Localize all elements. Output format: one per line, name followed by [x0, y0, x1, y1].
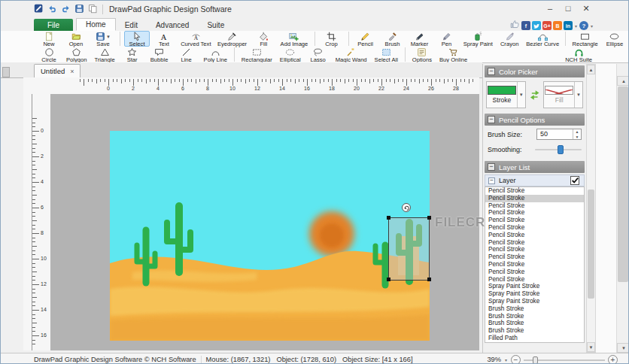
fill-dropdown-arrow[interactable]: ▼ [574, 82, 582, 108]
tool-save-button[interactable]: ▼Save [90, 31, 116, 47]
social-dropdown-icon[interactable]: ▾ [575, 23, 577, 29]
smoothing-slider[interactable] [535, 144, 582, 155]
tool-fill-button[interactable]: Fill [251, 31, 276, 47]
stroke-dropdown-arrow[interactable]: ▼ [517, 82, 525, 108]
tool-eyedropper-button[interactable]: Eyedropper [215, 31, 250, 47]
tool-options-button[interactable]: Options [409, 47, 435, 62]
layer-row[interactable]: Pencil Stroke [485, 224, 584, 232]
tool-star-button[interactable]: Star [120, 47, 145, 62]
facebook-icon[interactable]: f [521, 21, 530, 30]
tool-add-image-button[interactable]: Add Image [278, 31, 310, 47]
stepper-down-icon[interactable]: ▼ [573, 135, 581, 140]
layer-row[interactable]: Pencil Stroke [485, 253, 584, 261]
tool-buy-online-button[interactable]: Buy Online [436, 47, 470, 62]
tool-open-button[interactable]: Open [63, 31, 89, 47]
fill-color-swatch[interactable] [545, 86, 573, 95]
tool-curved-text-button[interactable]: ACurved Text [178, 31, 214, 47]
selection-handle[interactable] [387, 216, 390, 220]
layer-row[interactable]: Pencil Stroke [485, 195, 584, 202]
layer-group-row[interactable]: − Layer [485, 174, 585, 187]
layer-row[interactable]: Spray Paint Stroke [485, 290, 584, 298]
collapse-icon[interactable]: − [488, 116, 495, 123]
scroll-up-icon[interactable]: ▲ [617, 76, 629, 86]
layer-visibility-checkbox[interactable] [570, 176, 579, 185]
tool-marker-button[interactable]: Marker [406, 31, 432, 47]
layer-row[interactable]: Brush Stroke [485, 313, 584, 320]
scrollbar-thumb[interactable] [588, 190, 594, 299]
brush-size-value[interactable]: 50 [537, 129, 573, 139]
help-icon[interactable]: ? [579, 21, 588, 30]
zoom-slider[interactable] [524, 355, 605, 364]
menu-tab-advanced[interactable]: Advanced [147, 20, 198, 31]
save-icon[interactable] [74, 4, 86, 15]
slider-thumb[interactable] [558, 145, 564, 154]
help-dropdown-icon[interactable]: ▾ [591, 23, 593, 29]
layer-row[interactable]: Brush Stroke [485, 320, 584, 327]
tool-circle-button[interactable]: Circle [36, 47, 62, 62]
tool-bezier-curve-button[interactable]: Bezier Curve [524, 31, 561, 47]
menu-tab-home[interactable]: Home [76, 18, 116, 31]
zoom-dropdown-icon[interactable]: ▾ [505, 357, 507, 362]
collapse-icon[interactable]: − [488, 68, 495, 75]
tool-brush-button[interactable]: Brush [379, 31, 405, 47]
tool-pen-button[interactable]: Pen [433, 31, 459, 47]
selection-handle[interactable] [387, 278, 390, 281]
tab-close-icon[interactable]: × [70, 68, 74, 75]
window-scrollbar[interactable]: ▲ ▼ [616, 64, 629, 353]
stroke-color-button[interactable]: Stroke ▼ [486, 81, 526, 108]
selection-bounding-box[interactable] [388, 217, 430, 281]
zoom-slider-thumb[interactable] [533, 356, 538, 364]
drawing-canvas[interactable] [110, 131, 430, 341]
tool-ellipse-button[interactable]: Ellipse [602, 31, 627, 47]
tool-select-button[interactable]: Select [124, 31, 150, 47]
redo-icon[interactable] [61, 4, 72, 15]
tool-magic-wand-button[interactable]: Magic Wand [333, 47, 370, 62]
layer-row[interactable]: Spray Paint Stroke [485, 298, 584, 305]
tool-text-button[interactable]: AText [151, 31, 177, 47]
scroll-up-icon[interactable]: ▲ [587, 65, 595, 74]
menu-tab-suite[interactable]: Suite [198, 20, 233, 31]
tool-new-button[interactable]: New [36, 31, 62, 47]
zoom-out-button[interactable]: − [511, 355, 521, 364]
close-button[interactable]: ✕ [577, 1, 595, 16]
stroke-color-swatch[interactable] [488, 86, 516, 95]
collapse-icon[interactable]: − [488, 163, 495, 171]
file-menu-button[interactable]: File [34, 19, 73, 31]
selection-handle[interactable] [427, 278, 431, 281]
rotate-handle[interactable] [402, 203, 411, 212]
tool-crayon-button[interactable]: Crayon [497, 31, 522, 47]
linkedin-icon[interactable]: in [564, 21, 573, 30]
tool-poly-line-button[interactable]: Poly Line [201, 47, 230, 62]
layer-row[interactable]: Brush Stroke [485, 327, 584, 335]
collapse-icon[interactable]: − [488, 177, 495, 184]
tool-polygon-button[interactable]: Polygon [63, 47, 90, 62]
layer-row[interactable]: Pencil Stroke [485, 202, 584, 210]
layer-row[interactable]: Pencil Stroke [485, 246, 584, 253]
color-picker-header[interactable]: − Color Picker [485, 65, 585, 77]
pencil-options-header[interactable]: − Pencil Options [485, 114, 585, 126]
layer-row[interactable]: Pencil Stroke [485, 268, 584, 276]
tool-elliptical-button[interactable]: Elliptical [277, 47, 304, 62]
panel-scrollbar[interactable]: ▲ ▼ [586, 64, 596, 353]
zoom-in-button[interactable]: + [608, 355, 618, 364]
tool-bubble-button[interactable]: Bubble [147, 47, 172, 62]
tool-nch-suite-button[interactable]: NCH Suite [562, 47, 595, 62]
swap-colors-icon[interactable] [529, 89, 540, 102]
copy-icon[interactable] [88, 4, 99, 15]
layer-row[interactable]: Pencil Stroke [485, 217, 584, 224]
tool-crop-button[interactable]: Crop [319, 31, 345, 47]
layer-row[interactable]: Filled Path [485, 335, 584, 342]
layer-row[interactable]: Pencil Stroke [485, 232, 584, 239]
blogger-icon[interactable]: B [553, 21, 562, 30]
maximize-button[interactable]: □ [559, 1, 577, 16]
scroll-down-icon[interactable]: ▼ [617, 343, 629, 353]
document-tab-untitled[interactable]: Untitled × [34, 64, 81, 77]
tool-select-all-button[interactable]: Select All [372, 47, 401, 62]
tool-lasso-button[interactable]: Lasso [305, 47, 331, 62]
tool-pencil-button[interactable]: Pencil [352, 31, 378, 47]
layer-row[interactable]: Brush Stroke [485, 305, 584, 313]
zoom-level[interactable]: 39% [487, 356, 501, 363]
scrollbar-thumb[interactable] [618, 86, 628, 282]
minimize-button[interactable]: – [541, 1, 559, 16]
tool-line-button[interactable]: Line [174, 47, 199, 62]
